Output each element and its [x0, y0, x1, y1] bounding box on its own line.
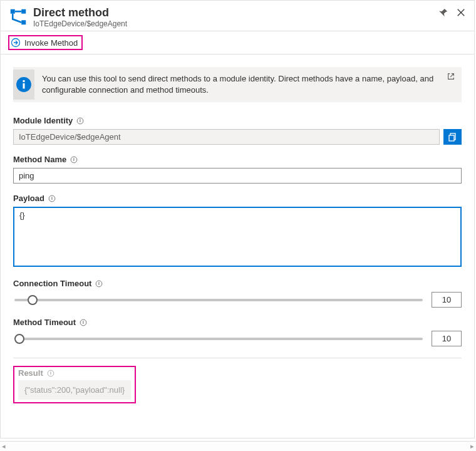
- close-icon[interactable]: [457, 8, 465, 19]
- help-icon[interactable]: i: [70, 156, 78, 163]
- svg-text:i: i: [50, 371, 51, 375]
- help-icon[interactable]: i: [47, 370, 54, 377]
- invoke-icon: [11, 38, 21, 48]
- divider: [13, 358, 462, 358]
- payload-field: Payload i: [13, 194, 462, 269]
- connection-timeout-field: Connection Timeout i 10: [13, 279, 462, 308]
- connection-timeout-label: Connection Timeout: [13, 279, 91, 288]
- method-timeout-label: Method Timeout: [13, 318, 76, 327]
- help-icon[interactable]: i: [76, 117, 84, 125]
- svg-text:i: i: [83, 320, 84, 324]
- help-icon[interactable]: i: [48, 195, 56, 202]
- connection-timeout-slider[interactable]: [14, 299, 423, 301]
- invoke-method-label: Invoke Method: [24, 38, 78, 48]
- svg-rect-1: [21, 9, 26, 14]
- module-identity-label: Module Identity: [13, 116, 73, 125]
- invoke-method-button[interactable]: Invoke Method: [8, 35, 83, 50]
- scroll-right-icon[interactable]: ▸: [470, 442, 474, 450]
- pin-icon[interactable]: [439, 8, 448, 19]
- info-external-link-icon[interactable]: [447, 72, 455, 83]
- help-icon[interactable]: i: [95, 280, 103, 288]
- svg-rect-0: [11, 9, 15, 14]
- result-value: {"status":200,"payload":null}: [18, 380, 131, 400]
- method-timeout-slider[interactable]: [14, 338, 423, 340]
- payload-input[interactable]: [13, 207, 462, 267]
- scroll-left-icon[interactable]: ◂: [2, 442, 6, 450]
- method-name-label: Method Name: [13, 155, 66, 164]
- payload-label: Payload: [13, 194, 44, 203]
- info-text: You can use this tool to send direct met…: [34, 67, 462, 102]
- svg-point-5: [23, 80, 24, 82]
- svg-text:i: i: [80, 118, 81, 123]
- svg-rect-6: [23, 83, 24, 89]
- svg-text:i: i: [73, 157, 75, 162]
- method-name-field: Method Name i: [13, 155, 462, 184]
- page-title: Direct method: [33, 6, 439, 19]
- module-identity-field: Module Identity i IoTEdgeDevice/$edgeAge…: [13, 116, 462, 145]
- svg-text:i: i: [51, 196, 53, 200]
- content-area: You can use this tool to send direct met…: [1, 54, 474, 435]
- svg-text:i: i: [98, 281, 100, 286]
- panel-header: Direct method IoTEdgeDevice/$edgeAgent: [1, 1, 474, 31]
- page-subtitle: IoTEdgeDevice/$edgeAgent: [33, 19, 439, 28]
- direct-method-panel: Direct method IoTEdgeDevice/$edgeAgent I…: [0, 0, 475, 438]
- direct-method-icon: [9, 8, 27, 26]
- info-icon: [13, 70, 34, 100]
- result-label: Result: [18, 368, 43, 378]
- info-banner: You can use this tool to send direct met…: [13, 67, 462, 102]
- connection-timeout-value[interactable]: 10: [432, 292, 462, 308]
- toolbar: Invoke Method: [1, 31, 474, 54]
- method-timeout-field: Method Timeout i 10: [13, 318, 462, 346]
- help-icon[interactable]: i: [80, 319, 87, 326]
- method-name-input[interactable]: [13, 168, 462, 184]
- module-identity-value: IoTEdgeDevice/$edgeAgent: [13, 129, 440, 145]
- method-timeout-value[interactable]: 10: [432, 331, 462, 346]
- svg-rect-2: [21, 20, 26, 24]
- svg-rect-10: [449, 135, 454, 141]
- horizontal-scrollbar[interactable]: ◂ ▸: [0, 441, 476, 451]
- copy-button[interactable]: [443, 129, 462, 145]
- result-section: Result i {"status":200,"payload":null}: [13, 366, 462, 403]
